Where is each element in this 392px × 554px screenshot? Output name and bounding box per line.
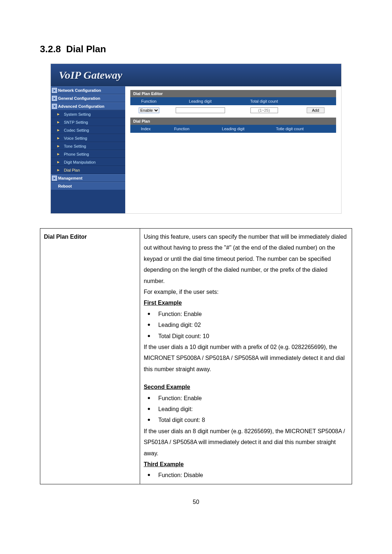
bullet-icon: ▸ bbox=[57, 136, 61, 140]
sidebar-item-label: Dial Plan bbox=[64, 168, 80, 172]
panel-header-dialplan: Dial Plan bbox=[130, 118, 336, 125]
example-2-heading: Second Example bbox=[144, 382, 348, 393]
sidebar-group-management[interactable]: ▸Management bbox=[51, 174, 125, 182]
example-2-list: Function: Enable Leading digit: Total di… bbox=[144, 393, 348, 426]
collapse-icon: ▾ bbox=[52, 104, 57, 109]
description-table: Dial Plan Editor Using this feature, use… bbox=[40, 228, 352, 484]
example-2-item: Function: Enable bbox=[144, 393, 348, 404]
editor-table: Function Leading digit Total digit count… bbox=[130, 97, 336, 115]
sidebar-item-system-setting[interactable]: ▸System Setting bbox=[51, 110, 125, 118]
example-3-item: Function: Disable bbox=[144, 470, 348, 481]
example-1-after: If the user dials a 10 digit number with… bbox=[144, 342, 348, 375]
col-blank bbox=[315, 125, 336, 133]
example-1-list: Function: Enable Leading digit: 02 Total… bbox=[144, 309, 348, 342]
sidebar-group-advanced[interactable]: ▾Advanced Configuration bbox=[51, 102, 125, 110]
sidebar-item-codec-setting[interactable]: ▸Codec Setting bbox=[51, 126, 125, 134]
row-description: Using this feature, users can specify th… bbox=[140, 229, 352, 484]
sidebar-item-sntp-setting[interactable]: ▸SNTP Setting bbox=[51, 118, 125, 126]
col-action bbox=[295, 97, 336, 105]
sidebar-item-label: Codec Setting bbox=[64, 128, 89, 132]
col-total-digit: Totle digit count bbox=[264, 125, 316, 133]
expand-icon: ▸ bbox=[52, 88, 57, 93]
sidebar-item-label: Reboot bbox=[58, 184, 72, 188]
sidebar-group-label: Network Configuration bbox=[58, 88, 101, 93]
sidebar-item-label: System Setting bbox=[64, 112, 91, 116]
bullet-icon: ▸ bbox=[57, 168, 61, 172]
sidebar-item-tone-setting[interactable]: ▸Tone Setting bbox=[51, 142, 125, 150]
example-3-list: Function: Disable bbox=[144, 470, 348, 481]
section-heading: 3.2.8 Dial Plan bbox=[40, 44, 352, 55]
desc-para-1: Using this feature, users can specify th… bbox=[144, 231, 348, 287]
desc-para-2: For example, if the user sets: bbox=[144, 287, 348, 297]
col-index: Index bbox=[130, 125, 161, 133]
leading-digit-input[interactable] bbox=[176, 107, 225, 113]
sidebar-item-label: SNTP Setting bbox=[64, 120, 88, 124]
config-ui-screenshot: VoIP Gateway ▸Network Configuration ▸Gen… bbox=[50, 63, 342, 214]
bullet-icon: ▸ bbox=[57, 112, 61, 116]
sidebar-group-general[interactable]: ▸General Configuration bbox=[51, 94, 125, 102]
col-total-digit: Total digit count bbox=[233, 97, 295, 105]
bullet-icon: ▸ bbox=[57, 152, 61, 156]
example-2-item: Total digit count: 8 bbox=[144, 415, 348, 426]
sidebar-item-label: Tone Setting bbox=[64, 144, 86, 148]
row-label: Dial Plan Editor bbox=[44, 234, 87, 240]
col-leading-digit: Leading digit bbox=[167, 97, 233, 105]
section-title: Dial Plan bbox=[66, 44, 106, 54]
example-2-after: If the user dials an 8 digit number (e.g… bbox=[144, 426, 348, 459]
example-1-item: Total Digit count: 10 bbox=[144, 331, 348, 342]
bullet-icon: ▸ bbox=[57, 128, 61, 132]
example-2-item: Leading digit: bbox=[144, 404, 348, 415]
col-leading-digit: Leading digit bbox=[202, 125, 264, 133]
sidebar-item-digit-manipulation[interactable]: ▸Digit Manipulation bbox=[51, 158, 125, 166]
bullet-icon: ▸ bbox=[57, 120, 61, 124]
example-3-heading: Third Example bbox=[144, 459, 348, 470]
sidebar-item-dial-plan[interactable]: ▸Dial Plan bbox=[51, 166, 125, 174]
bullet-icon: ▸ bbox=[57, 144, 61, 148]
example-1-item: Function: Enable bbox=[144, 309, 348, 320]
col-function: Function bbox=[130, 97, 167, 105]
sidebar-item-reboot[interactable]: Reboot bbox=[51, 182, 125, 190]
sidebar-item-label: Voice Setting bbox=[64, 136, 87, 140]
expand-icon: ▸ bbox=[52, 176, 57, 181]
example-1-heading: First Example bbox=[144, 297, 348, 308]
sidebar-item-label: Phone Setting bbox=[64, 152, 89, 156]
sidebar-group-network[interactable]: ▸Network Configuration bbox=[51, 86, 125, 94]
dialplan-table: Index Function Leading digit Totle digit… bbox=[130, 125, 336, 133]
col-function: Function bbox=[161, 125, 202, 133]
sidebar-item-label: Digit Manipulation bbox=[64, 160, 95, 164]
sidebar-group-label: Management bbox=[58, 176, 82, 180]
sidebar: ▸Network Configuration ▸General Configur… bbox=[51, 86, 125, 213]
add-button[interactable]: Add bbox=[307, 107, 325, 113]
sidebar-item-phone-setting[interactable]: ▸Phone Setting bbox=[51, 150, 125, 158]
sidebar-group-label: General Configuration bbox=[58, 96, 100, 100]
page-number: 50 bbox=[40, 499, 352, 505]
function-select[interactable]: Enable bbox=[139, 107, 159, 113]
main-panel: Dial Plan Editor Function Leading digit … bbox=[125, 86, 341, 213]
panel-header-editor: Dial Plan Editor bbox=[130, 90, 336, 97]
total-digit-input[interactable] bbox=[250, 107, 278, 113]
app-title: VoIP Gateway bbox=[51, 64, 341, 86]
expand-icon: ▸ bbox=[52, 96, 57, 101]
sidebar-item-voice-setting[interactable]: ▸Voice Setting bbox=[51, 134, 125, 142]
bullet-icon: ▸ bbox=[57, 160, 61, 164]
section-number: 3.2.8 bbox=[40, 44, 61, 54]
sidebar-group-label: Advanced Configuration bbox=[58, 104, 105, 108]
example-1-item: Leading digit: 02 bbox=[144, 320, 348, 331]
